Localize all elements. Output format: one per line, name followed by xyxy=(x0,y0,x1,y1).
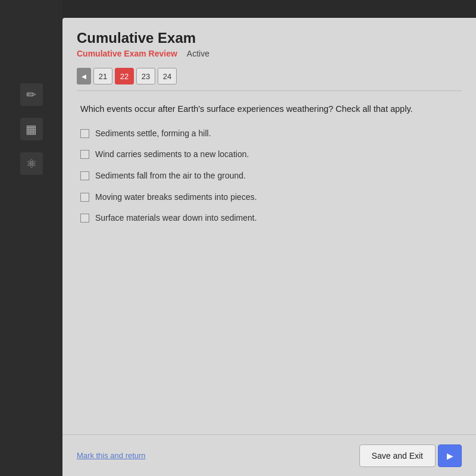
nav-row: ◄ 21 22 23 24 xyxy=(62,64,476,90)
option-label-2: Wind carries sediments to a new location… xyxy=(95,149,249,161)
option-row: Sediments fall from the air to the groun… xyxy=(80,170,458,182)
option-row: Wind carries sediments to a new location… xyxy=(80,149,458,161)
footer-buttons: Save and Exit ▶ xyxy=(359,444,462,467)
option-checkbox-3[interactable] xyxy=(80,171,89,180)
active-status: Active xyxy=(187,49,209,58)
options-container: Sediments settle, forming a hill.Wind ca… xyxy=(80,128,458,224)
question-text: Which events occur after Earth's surface… xyxy=(80,103,458,116)
save-exit-button[interactable]: Save and Exit xyxy=(359,444,436,467)
pencil-icon[interactable]: ✏ xyxy=(20,83,43,106)
nav-back-button[interactable]: ◄ xyxy=(77,68,91,84)
question-area: Which events occur after Earth's surface… xyxy=(62,91,476,246)
option-row: Sediments settle, forming a hill. xyxy=(80,128,458,140)
footer: Mark this and return Save and Exit ▶ xyxy=(62,434,476,476)
sidebar: ✏ ▦ ⚛ xyxy=(0,0,62,476)
exam-title: Cumulative Exam xyxy=(77,30,462,46)
option-row: Moving water breaks sediments into piece… xyxy=(80,192,458,203)
option-label-1: Sediments settle, forming a hill. xyxy=(95,128,211,140)
option-label-5: Surface materials wear down into sedimen… xyxy=(95,212,257,224)
option-label-3: Sediments fall from the air to the groun… xyxy=(95,170,246,182)
atom-icon[interactable]: ⚛ xyxy=(20,152,43,175)
option-row: Surface materials wear down into sedimen… xyxy=(80,212,458,224)
nav-page-24[interactable]: 24 xyxy=(158,68,177,84)
option-checkbox-2[interactable] xyxy=(80,150,89,159)
nav-page-23[interactable]: 23 xyxy=(136,68,155,84)
main-content: Cumulative Exam Cumulative Exam Review A… xyxy=(62,18,476,476)
subtitle-row: Cumulative Exam Review Active xyxy=(77,49,462,58)
exam-subtitle: Cumulative Exam Review xyxy=(77,49,177,58)
option-label-4: Moving water breaks sediments into piece… xyxy=(95,192,257,203)
nav-page-21[interactable]: 21 xyxy=(93,68,112,84)
header: Cumulative Exam Cumulative Exam Review A… xyxy=(62,18,476,64)
option-checkbox-1[interactable] xyxy=(80,129,89,138)
option-checkbox-4[interactable] xyxy=(80,193,89,202)
mark-return-link[interactable]: Mark this and return xyxy=(77,451,146,460)
calculator-icon[interactable]: ▦ xyxy=(20,118,43,140)
nav-page-22[interactable]: 22 xyxy=(115,68,134,84)
option-checkbox-5[interactable] xyxy=(80,214,89,223)
next-button[interactable]: ▶ xyxy=(438,444,462,467)
